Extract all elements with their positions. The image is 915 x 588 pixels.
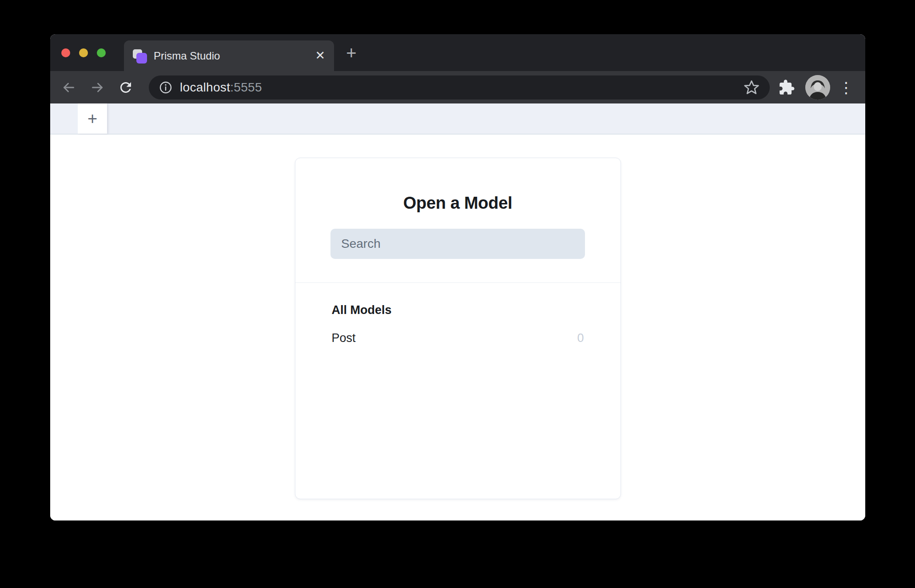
address-bar[interactable]: localhost:5555 [149,75,770,99]
plus-icon: + [88,109,97,128]
model-name: Post [332,331,356,345]
all-models-heading: All Models [332,303,584,317]
studio-new-view-tab[interactable]: + [78,103,107,134]
model-row-post[interactable]: Post 0 [332,331,584,345]
window-close-button[interactable] [61,48,70,57]
model-search-input[interactable] [330,229,585,259]
back-button[interactable] [59,78,79,97]
studio-tab-strip: + [50,103,865,135]
page-title: Open a Model [295,158,621,213]
bookmark-star-icon[interactable] [743,79,760,96]
forward-button[interactable] [88,78,107,97]
tab-close-icon[interactable]: ✕ [315,50,325,62]
site-info-icon[interactable] [159,80,173,95]
extensions-puzzle-icon[interactable] [777,78,796,97]
tab-title: Prisma Studio [154,50,220,62]
desktop-background: Prisma Studio ✕ + [0,0,915,588]
card-header: Open a Model [295,158,621,283]
browser-tab-bar: Prisma Studio ✕ + [50,34,865,71]
new-tab-button[interactable]: + [341,42,362,64]
menu-kebab-icon[interactable]: ⋮ [836,78,856,97]
prisma-logo-icon [133,48,147,64]
model-list-section: All Models Post 0 [295,283,621,345]
forward-arrow-icon [89,79,105,95]
model-count-badge: 0 [577,331,584,345]
window-zoom-button[interactable] [97,48,106,57]
window-controls [61,34,106,71]
studio-page: Open a Model All Models Post 0 [50,135,865,520]
person-portrait-icon [805,75,830,100]
back-arrow-icon [61,79,77,95]
url-port: :5555 [230,80,262,94]
browser-toolbar: localhost:5555 [50,71,865,103]
open-model-card: Open a Model All Models Post 0 [295,158,621,499]
window-minimize-button[interactable] [79,48,88,57]
url-host: localhost [180,80,230,94]
url-text: localhost:5555 [180,80,262,95]
browser-window: Prisma Studio ✕ + [50,34,865,520]
browser-tab-prisma-studio[interactable]: Prisma Studio ✕ [124,40,334,71]
reload-icon [118,79,134,95]
reload-button[interactable] [116,78,135,97]
profile-avatar[interactable] [805,75,830,100]
prisma-logo-front-square [136,53,147,64]
